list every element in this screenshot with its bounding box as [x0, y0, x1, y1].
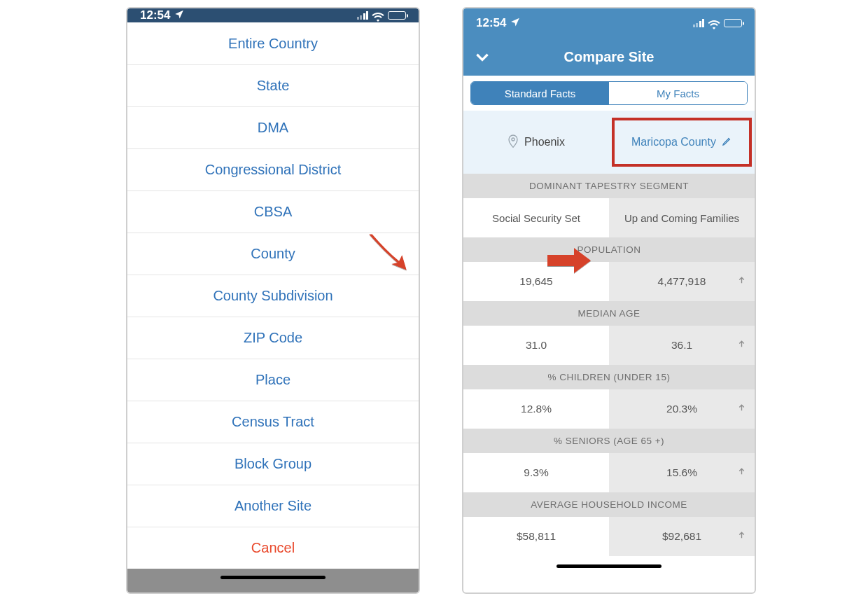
section-label: % SENIORS (AGE 65 +): [463, 429, 755, 453]
status-bar: 12:54: [127, 8, 419, 22]
value-label: 15.6%: [666, 466, 697, 479]
sheet-item-another-site[interactable]: Another Site: [127, 485, 419, 527]
sheet-item-label: ZIP Code: [244, 330, 302, 346]
sheet-item-county[interactable]: County: [127, 233, 419, 275]
home-indicator-area: [463, 556, 755, 572]
signal-icon: [693, 19, 705, 27]
arrow-up-icon: [737, 530, 746, 543]
home-indicator-icon: [220, 576, 326, 579]
section-label: DOMINANT TAPESTRY SEGMENT: [463, 174, 755, 198]
arrow-up-icon: [737, 275, 746, 288]
data-cell-left: $58,811: [463, 517, 609, 556]
sheet-item-label: County Subdivision: [213, 288, 332, 304]
signal-icon: [357, 11, 369, 20]
phone-left-action-sheet: 12:54 Entire Country State DMA Congressi…: [126, 7, 420, 594]
phone-right-compare-site: 12:54 Compare Site Standar: [462, 7, 756, 594]
data-row: 9.3% 15.6%: [463, 453, 755, 492]
sheet-item-dma[interactable]: DMA: [127, 106, 419, 148]
tab-label: Standard Facts: [505, 88, 576, 99]
sheet-item-state[interactable]: State: [127, 64, 419, 106]
battery-icon: [724, 19, 742, 27]
tab-label: My Facts: [657, 88, 699, 99]
sheet-item-block-group[interactable]: Block Group: [127, 443, 419, 485]
data-cell-right: 36.1: [609, 326, 755, 365]
sheet-item-county-subdivision[interactable]: County Subdivision: [127, 275, 419, 317]
sheet-item-zip-code[interactable]: ZIP Code: [127, 317, 419, 359]
pencil-edit-icon[interactable]: [722, 136, 732, 149]
section-label: POPULATION: [463, 237, 755, 262]
segmented-control-wrap: Standard Facts My Facts: [463, 76, 755, 111]
sheet-item-label: Another Site: [234, 498, 312, 514]
section-label: % CHILDREN (UNDER 15): [463, 365, 755, 389]
tab-standard-facts[interactable]: Standard Facts: [471, 82, 609, 104]
site-name-label: Maricopa County: [631, 136, 716, 148]
data-cell-right: 20.3%: [609, 389, 755, 429]
nav-bar: Compare Site: [463, 38, 755, 76]
compare-left-site: Phoenix: [463, 111, 609, 174]
data-row: 12.8% 20.3%: [463, 389, 755, 429]
data-cell-left: 12.8%: [463, 389, 609, 429]
sheet-item-label: CBSA: [254, 204, 292, 220]
data-row: 19,645 4,477,918: [463, 262, 755, 301]
location-arrow-icon: [174, 8, 184, 22]
site-name-label: Phoenix: [524, 136, 565, 148]
sheet-item-label: DMA: [258, 120, 288, 136]
data-row: 31.0 36.1: [463, 326, 755, 365]
facts-segmented-control: Standard Facts My Facts: [470, 81, 748, 105]
arrow-up-icon: [737, 339, 746, 352]
data-cell-right: $92,681: [609, 517, 755, 556]
data-cell-left: 9.3%: [463, 453, 609, 492]
battery-icon: [388, 11, 406, 20]
close-chevron-down-icon[interactable]: [473, 48, 491, 66]
data-cell-right: Up and Coming Families: [609, 198, 755, 237]
data-cell-right: 4,477,918: [609, 262, 755, 301]
data-row: Social Security Set Up and Coming Famili…: [463, 198, 755, 237]
data-cell-right: 15.6%: [609, 453, 755, 492]
sheet-item-entire-country[interactable]: Entire Country: [127, 22, 419, 64]
sheet-item-label: County: [251, 246, 295, 262]
data-cell-left: 31.0: [463, 326, 609, 365]
sheet-item-census-tract[interactable]: Census Tract: [127, 401, 419, 443]
arrow-up-icon: [737, 403, 746, 415]
sheet-cancel-button[interactable]: Cancel: [127, 527, 419, 569]
home-indicator-area: [127, 569, 419, 592]
sheet-item-label: State: [257, 78, 290, 94]
data-row: $58,811 $92,681: [463, 517, 755, 556]
sheet-item-label: Block Group: [234, 456, 312, 472]
page-title: Compare Site: [463, 49, 755, 65]
pin-icon: [507, 134, 519, 151]
home-indicator-icon: [556, 564, 662, 568]
value-label: 20.3%: [666, 403, 697, 415]
status-time: 12:54: [476, 16, 506, 30]
compare-header-row: Phoenix Maricopa County: [463, 111, 755, 174]
tab-my-facts[interactable]: My Facts: [609, 82, 747, 104]
sheet-item-label: Entire Country: [228, 36, 318, 52]
status-time: 12:54: [140, 8, 170, 22]
value-label: 4,477,918: [658, 275, 706, 288]
wifi-icon: [708, 19, 720, 28]
geography-level-sheet: Entire Country State DMA Congressional D…: [127, 22, 419, 592]
data-cell-left: Social Security Set: [463, 198, 609, 237]
compare-right-site[interactable]: Maricopa County: [609, 111, 755, 174]
location-arrow-icon: [510, 16, 520, 30]
arrow-up-icon: [737, 466, 746, 479]
sheet-item-label: Census Tract: [232, 414, 314, 430]
status-bar: 12:54: [463, 8, 755, 38]
section-label: AVERAGE HOUSEHOLD INCOME: [463, 492, 755, 517]
value-label: 36.1: [671, 339, 692, 352]
section-label: MEDIAN AGE: [463, 301, 755, 326]
sheet-item-cbsa[interactable]: CBSA: [127, 190, 419, 233]
wifi-icon: [372, 11, 384, 20]
data-cell-left: 19,645: [463, 262, 609, 301]
sheet-item-place[interactable]: Place: [127, 359, 419, 401]
sheet-item-label: Congressional District: [205, 162, 342, 178]
sheet-item-congressional-district[interactable]: Congressional District: [127, 148, 419, 190]
svg-point-0: [512, 138, 514, 141]
value-label: $92,681: [662, 530, 701, 543]
sheet-item-label: Place: [255, 372, 290, 388]
sheet-cancel-label: Cancel: [251, 540, 295, 556]
